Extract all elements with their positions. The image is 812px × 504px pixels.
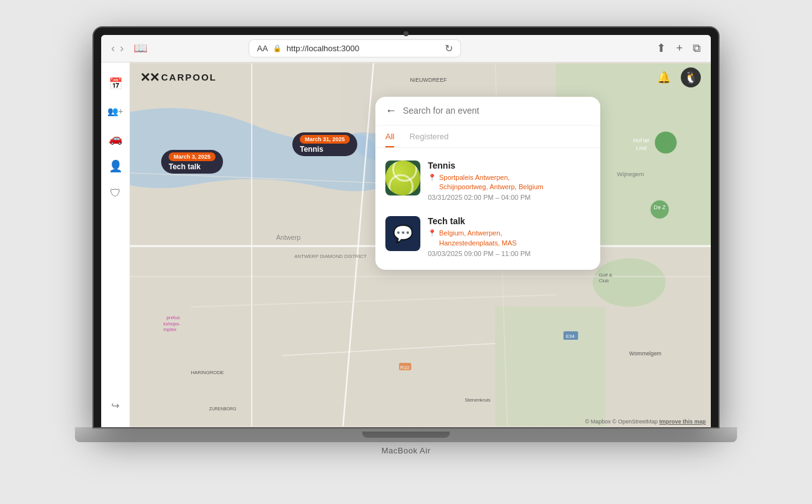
logo-text: CARPOOL	[161, 72, 217, 82]
tab-registered[interactable]: Registered	[409, 132, 448, 147]
event-name-tech-talk: Tech talk	[428, 216, 590, 226]
svg-text:Golf &: Golf &	[599, 272, 613, 277]
sidebar-item-rides[interactable]: 🚗	[104, 127, 127, 150]
svg-text:Wijnegem: Wijnegem	[617, 170, 644, 177]
laptop-label: MacBook Air	[382, 446, 430, 455]
search-bar: ←	[375, 97, 600, 126]
app-header: ✕✕ CARPOOL 🔔 🐧	[130, 62, 711, 92]
location-pin-icon: 📍	[428, 174, 437, 182]
reader-mode-button[interactable]: AA	[257, 44, 267, 53]
logout-icon: ↪	[111, 400, 119, 412]
sidebar: 📅 👥+ 🚗 👤 🛡 ↪	[101, 62, 130, 427]
svg-text:De Z: De Z	[654, 204, 666, 210]
event-time-tennis: 03/31/2025 02:00 PM – 04:00 PM	[428, 194, 590, 201]
event-address-tech-talk: Belgium, Antwerpen, Hanzestedenplaats, M…	[439, 229, 517, 248]
svg-text:HARINGRODE: HARINGRODE	[191, 369, 224, 375]
marker-title-tech: Tech talk	[169, 162, 215, 171]
search-input[interactable]	[403, 106, 590, 116]
event-info-tech-talk: Tech talk 📍 Belgium, Antwerpen, Hanzeste…	[428, 216, 590, 257]
svg-text:Antwerp: Antwerp	[276, 234, 300, 241]
search-panel: ← All Registered	[375, 97, 600, 270]
marker-date-tech: March 3, 2025	[169, 152, 215, 161]
screen-frame: ‹ › 📖 AA 🔒 http://localhost:3000 ↻ ⬆ + ⧉	[94, 27, 718, 427]
event-location-tennis: 📍 Sportpaleis Antwerpen, Schijnpoortweg,…	[428, 173, 590, 192]
marker-date-tennis: March 31, 2025	[300, 135, 350, 144]
improve-map-link[interactable]: Improve this map	[659, 418, 706, 425]
event-address-tennis: Sportpaleis Antwerpen, Schijnpoortweg, A…	[439, 173, 543, 192]
svg-text:Club: Club	[599, 278, 609, 284]
avatar[interactable]: 🐧	[681, 67, 701, 87]
map-area: Wijnegem NIEUWDREEF OUD-MERKSEM Antwerp …	[130, 62, 711, 427]
back-button[interactable]: ‹	[111, 42, 115, 55]
svg-text:pretus: pretus	[166, 314, 180, 320]
sidebar-item-profile[interactable]: 👤	[104, 155, 127, 177]
svg-rect-2	[495, 307, 605, 426]
sidebar-item-events[interactable]: 📅	[104, 72, 127, 95]
laptop-base	[75, 427, 737, 442]
svg-text:R10: R10	[400, 364, 410, 370]
event-location-tech-talk: 📍 Belgium, Antwerpen, Hanzestedenplaats,…	[428, 229, 590, 248]
svg-text:Lind: Lind	[636, 144, 647, 151]
logout-button[interactable]: ↪	[104, 395, 127, 417]
car-icon: 🚗	[109, 132, 122, 146]
event-item-tech-talk[interactable]: 💬 Tech talk 📍 Belgium, Antwerpen,	[375, 209, 600, 265]
share-button[interactable]: ⬆	[656, 41, 666, 55]
laptop-screen: ‹ › 📖 AA 🔒 http://localhost:3000 ↻ ⬆ + ⧉	[101, 35, 711, 427]
event-name-tennis: Tennis	[428, 161, 590, 170]
event-thumb-tech-talk: 💬	[385, 216, 420, 251]
tech-icon: 💬	[393, 224, 413, 244]
map-background: Wijnegem NIEUWDREEF OUD-MERKSEM Antwerp …	[130, 62, 711, 427]
event-list: Tennis 📍 Sportpaleis Antwerpen, Schijnpo…	[375, 148, 600, 270]
svg-text:Wommelgem: Wommelgem	[629, 350, 661, 357]
tennis-ball-icon	[385, 161, 420, 195]
app-logo: ✕✕ CARPOOL	[140, 70, 217, 85]
avatar-icon: 🐧	[684, 71, 698, 84]
event-info-tennis: Tennis 📍 Sportpaleis Antwerpen, Schijnpo…	[428, 161, 590, 202]
notification-bell-icon[interactable]: 🔔	[657, 71, 671, 84]
forward-button[interactable]: ›	[120, 42, 124, 55]
marker-title-tennis: Tennis	[300, 145, 350, 154]
lock-icon: 🔒	[273, 44, 282, 52]
svg-text:mplex: mplex	[164, 327, 177, 332]
svg-text:Stenenkruis: Stenenkruis	[465, 397, 490, 402]
tab-all[interactable]: All	[385, 132, 394, 147]
logo-xx-icon: ✕✕	[140, 70, 159, 85]
search-back-button[interactable]: ←	[385, 104, 397, 117]
header-right: 🔔 🐧	[657, 67, 701, 87]
event-marker-tennis[interactable]: March 31, 2025 Tennis	[292, 132, 357, 156]
shield-icon: 🛡	[110, 187, 121, 200]
event-time-tech-talk: 03/03/2025 09:00 PM – 11:00 PM	[428, 250, 590, 257]
svg-text:ANTWERP DIAMOND DISTRICT: ANTWERP DIAMOND DISTRICT	[294, 254, 367, 259]
sidebar-item-carpool[interactable]: 👥+	[104, 100, 127, 122]
event-marker-tech-talk[interactable]: March 3, 2025 Tech talk	[161, 150, 223, 174]
group-icon: 👥+	[107, 106, 123, 116]
browser-bar: ‹ › 📖 AA 🔒 http://localhost:3000 ↻ ⬆ + ⧉	[101, 35, 711, 62]
svg-text:Hof ter: Hof ter	[633, 137, 650, 144]
laptop-frame: ‹ › 📖 AA 🔒 http://localhost:3000 ↻ ⬆ + ⧉	[62, 27, 750, 477]
browser-navigation: ‹ ›	[111, 42, 124, 55]
event-item-tennis[interactable]: Tennis 📍 Sportpaleis Antwerpen, Schijnpo…	[375, 153, 600, 209]
svg-point-12	[655, 131, 676, 153]
search-tabs: All Registered	[375, 126, 600, 148]
laptop-notch	[362, 432, 450, 438]
svg-text:ZURENBORG: ZURENBORG	[209, 407, 237, 411]
location-pin-icon-2: 📍	[428, 229, 437, 237]
map-credit: © Mapbox © OpenStreetMap Improve this ma…	[585, 418, 706, 425]
url-display[interactable]: http://localhost:3000	[287, 44, 440, 53]
app-content: 📅 👥+ 🚗 👤 🛡 ↪	[101, 62, 711, 427]
new-tab-button[interactable]: +	[676, 42, 683, 55]
event-thumb-tennis	[385, 161, 420, 195]
browser-actions: ⬆ + ⧉	[656, 41, 701, 55]
reload-button[interactable]: ↻	[445, 42, 453, 54]
address-bar[interactable]: AA 🔒 http://localhost:3000 ↻	[249, 39, 461, 57]
bookmarks-icon[interactable]: 📖	[134, 41, 147, 55]
calendar-icon: 📅	[109, 77, 122, 91]
svg-text:kshops-: kshops-	[164, 320, 181, 326]
sidebar-item-safety[interactable]: 🛡	[104, 182, 127, 205]
tabs-button[interactable]: ⧉	[693, 42, 701, 55]
svg-text:E34: E34	[566, 334, 575, 339]
person-icon: 👤	[109, 159, 122, 173]
